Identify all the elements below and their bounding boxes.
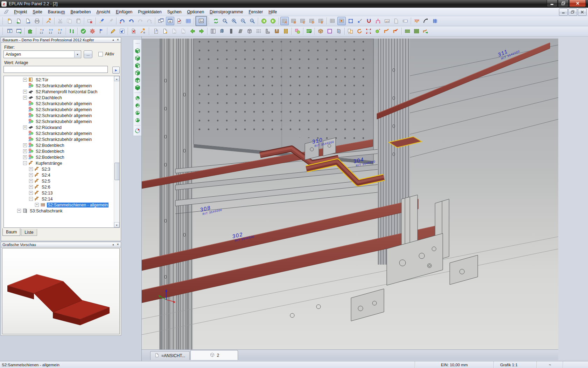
wert-input[interactable]: [4, 66, 108, 73]
mdi-minimize-button[interactable]: [559, 8, 568, 16]
view-iso-2-button[interactable]: [133, 102, 142, 110]
snap-point-button[interactable]: [356, 17, 364, 25]
expander-plus-icon[interactable]: +: [29, 167, 33, 171]
viewport-tab-ansicht[interactable]: =ANSICHT...: [150, 351, 190, 360]
arrow-green-right-button[interactable]: [197, 27, 206, 35]
box-3d-button[interactable]: [316, 27, 325, 35]
zoom-window-button[interactable]: [221, 17, 229, 25]
view-cube-back-button[interactable]: [133, 55, 142, 62]
rail-green-multi-button[interactable]: [412, 27, 421, 35]
tree-item[interactable]: +S2:Bodenblech: [4, 142, 114, 148]
wrench-gear-button[interactable]: [139, 27, 147, 35]
view-iso-4-button[interactable]: [133, 117, 142, 124]
print-button[interactable]: [33, 17, 41, 25]
close-button[interactable]: [569, 0, 586, 7]
tree-item[interactable]: +S2:Tür: [4, 77, 114, 83]
input-field-button[interactable]: [401, 17, 410, 25]
preview-panel-header[interactable]: Grafische Vorschau ▴ ✕: [1, 242, 121, 247]
doc-import-button[interactable]: [24, 17, 32, 25]
page-new-button[interactable]: [161, 27, 169, 35]
shapes-overlay-button[interactable]: [293, 27, 302, 35]
nav-forward-button[interactable]: [269, 17, 277, 25]
expander-plus-icon[interactable]: +: [23, 125, 27, 129]
refresh-view-button[interactable]: [212, 17, 220, 25]
delete-red-button[interactable]: [130, 27, 138, 35]
rotate-orange-button[interactable]: [355, 27, 364, 35]
arrow-green-left-button[interactable]: [188, 27, 197, 35]
angle-profile-button[interactable]: [264, 27, 272, 35]
page-ref-button[interactable]: [392, 17, 400, 25]
tree-item[interactable]: +S2:Rückwand: [4, 124, 114, 130]
report-page-button[interactable]: [152, 27, 160, 35]
profile-slant-button[interactable]: [236, 27, 245, 35]
door-3d-button[interactable]: [335, 27, 343, 35]
renumber-set-button[interactable]: 1 2: [56, 27, 64, 35]
bend-tool-button[interactable]: [383, 27, 391, 35]
tree-item[interactable]: +S2:3: [4, 166, 114, 172]
page-check-button[interactable]: [175, 17, 183, 25]
menu-item-dienstprogramme[interactable]: Dienstprogramme: [207, 8, 246, 15]
apply-filter-icon[interactable]: ▶: [112, 67, 120, 74]
object-frame-button[interactable]: [346, 17, 355, 25]
3d-viewport[interactable]: 311RIT 3546000310RIT 3546000304RIT 35460…: [142, 39, 559, 349]
view-iso-3-button[interactable]: [133, 110, 142, 117]
scrollbar-thumb[interactable]: [114, 163, 120, 180]
tree-scrollbar[interactable]: ▲ ▼: [114, 76, 119, 227]
profile-blue-button[interactable]: [218, 27, 226, 35]
expander-plus-icon[interactable]: +: [23, 143, 27, 147]
magnet-snap-button[interactable]: [365, 17, 373, 25]
check-ok-button[interactable]: [79, 27, 88, 35]
view-cube-front-button[interactable]: [133, 48, 142, 55]
rotate-view-button[interactable]: [133, 128, 142, 135]
view-cube-top-button[interactable]: [133, 77, 142, 84]
menu-item-optionen[interactable]: Optionen: [184, 8, 207, 15]
expander-plus-icon[interactable]: +: [29, 185, 33, 189]
menu-item-bearbeiten[interactable]: Bearbeiten: [68, 8, 93, 15]
coordinates-123-button[interactable]: 123: [383, 17, 391, 25]
menu-item-hilfe[interactable]: Hilfe: [266, 8, 280, 15]
tree-item[interactable]: +S3:Schaltschrank: [4, 208, 114, 214]
u-profile-button[interactable]: [273, 27, 281, 35]
connection-route-button[interactable]: [374, 17, 382, 25]
mdi-restore-button[interactable]: [568, 8, 577, 16]
snap-grid-button[interactable]: [337, 17, 346, 25]
nav-back-button[interactable]: [260, 17, 268, 25]
bauraum-panel-header[interactable]: Bauraum - Demo Pro Panel Professional 20…: [1, 37, 121, 43]
expander-plus-icon[interactable]: +: [29, 191, 33, 195]
tree-item[interactable]: +S2:Dachblech: [4, 95, 114, 101]
navigator-3d-alt-button[interactable]: [15, 27, 23, 35]
window-cascade-button[interactable]: [157, 17, 165, 25]
filter-browse-button[interactable]: ...: [84, 50, 92, 58]
tree-item[interactable]: S2:Schrankzubehör allgemein: [4, 113, 114, 118]
tab-baum[interactable]: Baum: [2, 228, 20, 236]
view-cube-left-button[interactable]: [133, 62, 142, 70]
view-iso-1-button[interactable]: [133, 95, 142, 102]
tree-item[interactable]: S2:Schrankzubehör allgemein: [4, 118, 114, 124]
menu-item-suchen[interactable]: Suchen: [164, 8, 184, 15]
snap-corners-button[interactable]: [364, 27, 373, 35]
rail-check-button[interactable]: [305, 27, 313, 35]
expander-plus-icon[interactable]: +: [17, 209, 21, 213]
undo-button[interactable]: [118, 17, 126, 25]
panel-collapse-icon[interactable]: ▴: [111, 38, 115, 42]
gear-red-button[interactable]: [88, 27, 97, 35]
tree-item[interactable]: S2:Schrankzubehör allgemein: [4, 136, 114, 142]
grid-a-button[interactable]: A: [280, 17, 289, 25]
renumber-button[interactable]: 1 2: [38, 27, 46, 35]
menu-item-projektdaten[interactable]: Projektdaten: [135, 8, 164, 15]
zoom-out-button[interactable]: [239, 17, 247, 25]
expander-plus-icon[interactable]: +: [23, 155, 27, 159]
menu-item-bauraum[interactable]: Bauraum: [45, 8, 68, 15]
tree-item[interactable]: −Kupferstränge: [4, 160, 114, 166]
cube-arrow-button[interactable]: [373, 27, 382, 35]
plugin-puzzle-button[interactable]: [26, 27, 35, 35]
tree-item[interactable]: +S2:Sammelschienen - allgemein: [4, 202, 114, 208]
tree-item[interactable]: +S2:4: [4, 172, 114, 178]
panel-collapse-icon[interactable]: ▴: [111, 243, 115, 247]
bend-tool-alt-button[interactable]: [392, 27, 400, 35]
doc-new-button[interactable]: [6, 17, 14, 25]
tree-item[interactable]: +S2:Rahmenprofil horizontal Dach: [4, 89, 114, 95]
restore-button[interactable]: [558, 0, 569, 7]
doc-open-button[interactable]: [15, 17, 23, 25]
bend-export-button[interactable]: [421, 27, 430, 35]
